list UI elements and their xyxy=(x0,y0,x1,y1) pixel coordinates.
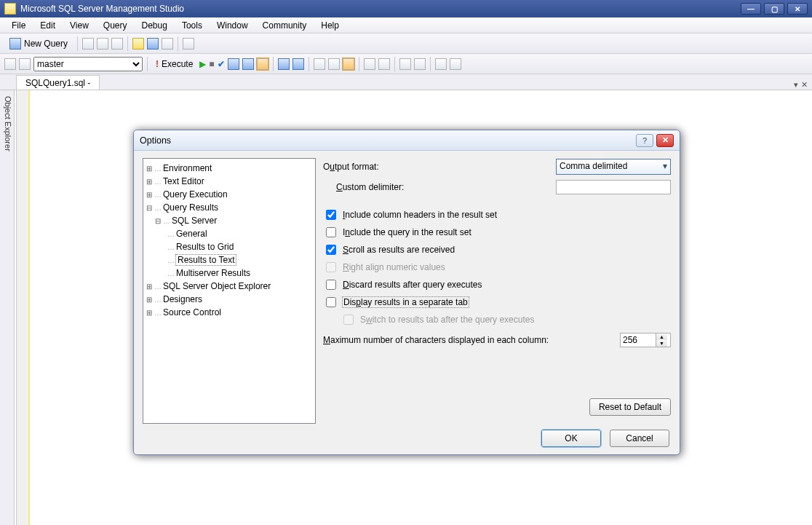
uncomment-icon[interactable] xyxy=(378,58,390,70)
tool-icon[interactable] xyxy=(111,38,123,50)
tree-object-explorer[interactable]: ⊞…SQL Server Object Explorer xyxy=(145,280,314,293)
parse-icon[interactable]: ✔ xyxy=(218,59,225,69)
results-to-text-panel: Output format: Comma delimited Custom de… xyxy=(323,158,671,424)
tab-close-icon[interactable]: ✕ xyxy=(801,80,808,90)
tree-multiserver[interactable]: …Multiserver Results xyxy=(145,267,314,280)
separator xyxy=(359,57,359,71)
separator xyxy=(147,57,148,71)
menu-edit[interactable]: Edit xyxy=(34,19,61,32)
separator xyxy=(127,36,128,51)
tab-dropdown-icon[interactable]: ▾ xyxy=(794,80,798,90)
separator xyxy=(430,57,431,71)
output-format-select[interactable]: Comma delimited xyxy=(556,159,671,175)
menu-file[interactable]: File xyxy=(6,19,31,32)
object-explorer-tab[interactable]: Object Explorer xyxy=(0,90,15,525)
reset-to-default-button[interactable]: Reset to Default xyxy=(589,398,671,416)
right-align-checkbox: Right align numeric values xyxy=(323,258,671,276)
menu-tools[interactable]: Tools xyxy=(176,19,208,32)
change-connection-icon[interactable] xyxy=(19,58,31,70)
dialog-title-bar: Options ? ✕ xyxy=(134,130,680,151)
spinner-up[interactable]: ▲ xyxy=(656,333,667,340)
results-grid-icon[interactable] xyxy=(328,58,340,70)
menu-debug[interactable]: Debug xyxy=(136,19,173,32)
decrease-indent-icon[interactable] xyxy=(399,58,411,70)
options-tree[interactable]: ⊞…Environment ⊞…Text Editor ⊞…Query Exec… xyxy=(143,158,316,424)
save-icon[interactable] xyxy=(147,38,159,50)
client-stats-icon[interactable] xyxy=(292,58,304,70)
spinner-down[interactable]: ▼ xyxy=(656,340,667,347)
window-title: Microsoft SQL Server Management Studio xyxy=(20,4,184,14)
tree-environment[interactable]: ⊞…Environment xyxy=(145,162,314,175)
dialog-title: Options xyxy=(140,135,171,146)
menu-window[interactable]: Window xyxy=(211,19,254,32)
tree-results-grid[interactable]: …Results to Grid xyxy=(145,240,314,253)
connect-icon[interactable] xyxy=(4,58,16,70)
toolbar-primary: New Query xyxy=(0,33,812,54)
menu-community[interactable]: Community xyxy=(257,19,313,32)
display-separate-tab-checkbox[interactable]: Display results in a separate tab xyxy=(323,293,671,311)
new-query-icon xyxy=(9,38,21,50)
close-dialog-button[interactable]: ✕ xyxy=(656,134,674,147)
stop-icon[interactable]: ■ xyxy=(209,59,214,69)
ok-button[interactable]: OK xyxy=(541,430,601,447)
maximize-button[interactable]: ▢ xyxy=(764,3,784,15)
output-format-label: Output format: xyxy=(323,162,405,172)
discard-results-checkbox[interactable]: Discard results after query executes xyxy=(323,276,671,293)
execute-button[interactable]: ! Execute xyxy=(152,56,196,72)
query-options-icon[interactable] xyxy=(242,58,254,70)
debug-icon[interactable]: ▶ xyxy=(199,59,206,69)
results-file-icon[interactable] xyxy=(343,58,354,70)
tree-query-execution[interactable]: ⊞…Query Execution xyxy=(145,188,314,201)
increase-indent-icon[interactable] xyxy=(414,58,426,70)
tree-results-text[interactable]: …Results to Text xyxy=(145,253,314,267)
separator xyxy=(77,36,78,51)
close-window-button[interactable]: ✕ xyxy=(787,3,808,15)
tool-icon[interactable] xyxy=(97,38,108,50)
max-chars-input[interactable] xyxy=(621,333,656,347)
templates-icon[interactable] xyxy=(450,58,461,70)
file-tab-sqlquery1[interactable]: SQLQuery1.sql - xyxy=(16,75,100,90)
activity-monitor-icon[interactable] xyxy=(183,38,194,50)
separator xyxy=(178,36,178,51)
custom-delimiter-input[interactable] xyxy=(556,180,671,194)
include-query-checkbox[interactable]: Include the query in the result set xyxy=(323,224,671,241)
dialog-footer: OK Cancel xyxy=(143,424,671,447)
results-text-icon[interactable] xyxy=(314,58,325,70)
save-all-icon[interactable] xyxy=(162,38,173,50)
menu-view[interactable]: View xyxy=(64,19,95,32)
separator xyxy=(273,57,274,71)
max-chars-spinner[interactable]: ▲ ▼ xyxy=(620,333,671,347)
tree-source-control[interactable]: ⊞…Source Control xyxy=(145,306,314,319)
cancel-button[interactable]: Cancel xyxy=(610,430,669,447)
tree-designers[interactable]: ⊞…Designers xyxy=(145,293,314,306)
scroll-results-checkbox[interactable]: Scroll as results are received xyxy=(323,241,671,258)
menu-bar: File Edit View Query Debug Tools Window … xyxy=(0,17,812,33)
specify-values-icon[interactable] xyxy=(435,58,447,70)
separator xyxy=(394,57,395,71)
open-icon[interactable] xyxy=(132,38,144,50)
options-dialog: Options ? ✕ ⊞…Environment ⊞…Text Editor … xyxy=(133,130,680,455)
document-tab-strip: SQLQuery1.sql - ▾ ✕ xyxy=(0,74,812,90)
comment-icon[interactable] xyxy=(364,58,375,70)
database-select[interactable]: master xyxy=(33,57,143,71)
editor-gutter xyxy=(17,90,30,525)
include-headers-checkbox[interactable]: Include column headers in the result set xyxy=(323,206,671,224)
menu-query[interactable]: Query xyxy=(97,19,133,32)
separator xyxy=(309,57,309,71)
help-button[interactable]: ? xyxy=(636,134,653,147)
tool-icon[interactable] xyxy=(82,38,94,50)
intellisense-icon[interactable] xyxy=(257,58,268,70)
new-query-button[interactable]: New Query xyxy=(4,36,73,52)
max-chars-label: Maximum number of characters displayed i… xyxy=(323,335,549,345)
menu-help[interactable]: Help xyxy=(315,19,345,32)
tree-query-results[interactable]: ⊟…Query Results xyxy=(145,201,314,214)
switch-to-results-tab-checkbox: Switch to results tab after the query ex… xyxy=(323,311,671,328)
custom-delimiter-label: Custom delimiter: xyxy=(323,182,405,192)
tree-text-editor[interactable]: ⊞…Text Editor xyxy=(145,175,314,188)
tree-general[interactable]: …General xyxy=(145,227,314,240)
title-bar: Microsoft SQL Server Management Studio —… xyxy=(0,0,812,17)
estimated-plan-icon[interactable] xyxy=(228,58,239,70)
minimize-button[interactable]: — xyxy=(741,3,761,15)
tree-sql-server[interactable]: ⊟…SQL Server xyxy=(145,214,314,227)
include-plan-icon[interactable] xyxy=(278,58,290,70)
